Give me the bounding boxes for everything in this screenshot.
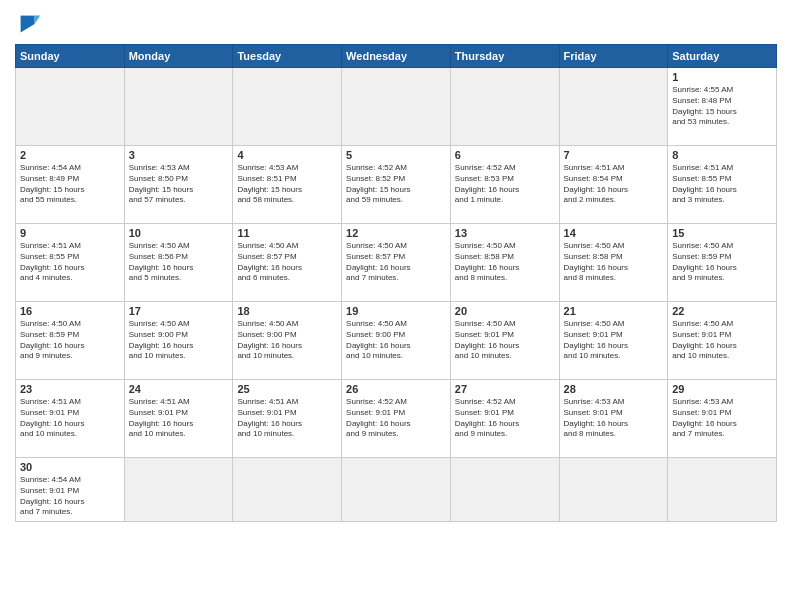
calendar-cell: 18Sunrise: 4:50 AM Sunset: 9:00 PM Dayli… — [233, 302, 342, 380]
week-row-4: 16Sunrise: 4:50 AM Sunset: 8:59 PM Dayli… — [16, 302, 777, 380]
day-number: 20 — [455, 305, 555, 317]
calendar-cell: 12Sunrise: 4:50 AM Sunset: 8:57 PM Dayli… — [342, 224, 451, 302]
day-info: Sunrise: 4:50 AM Sunset: 8:56 PM Dayligh… — [129, 241, 229, 284]
day-info: Sunrise: 4:50 AM Sunset: 8:58 PM Dayligh… — [455, 241, 555, 284]
calendar-cell: 9Sunrise: 4:51 AM Sunset: 8:55 PM Daylig… — [16, 224, 125, 302]
day-info: Sunrise: 4:51 AM Sunset: 8:55 PM Dayligh… — [20, 241, 120, 284]
calendar-cell: 3Sunrise: 4:53 AM Sunset: 8:50 PM Daylig… — [124, 146, 233, 224]
header-row: SundayMondayTuesdayWednesdayThursdayFrid… — [16, 45, 777, 68]
day-info: Sunrise: 4:50 AM Sunset: 9:01 PM Dayligh… — [455, 319, 555, 362]
day-number: 6 — [455, 149, 555, 161]
week-row-3: 9Sunrise: 4:51 AM Sunset: 8:55 PM Daylig… — [16, 224, 777, 302]
calendar-cell: 6Sunrise: 4:52 AM Sunset: 8:53 PM Daylig… — [450, 146, 559, 224]
calendar-cell: 16Sunrise: 4:50 AM Sunset: 8:59 PM Dayli… — [16, 302, 125, 380]
week-row-1: 1Sunrise: 4:55 AM Sunset: 8:48 PM Daylig… — [16, 68, 777, 146]
day-number: 22 — [672, 305, 772, 317]
calendar-cell: 7Sunrise: 4:51 AM Sunset: 8:54 PM Daylig… — [559, 146, 668, 224]
calendar-cell — [450, 458, 559, 522]
day-info: Sunrise: 4:50 AM Sunset: 8:57 PM Dayligh… — [346, 241, 446, 284]
calendar-cell: 25Sunrise: 4:51 AM Sunset: 9:01 PM Dayli… — [233, 380, 342, 458]
day-number: 8 — [672, 149, 772, 161]
calendar-cell: 4Sunrise: 4:53 AM Sunset: 8:51 PM Daylig… — [233, 146, 342, 224]
calendar-cell: 28Sunrise: 4:53 AM Sunset: 9:01 PM Dayli… — [559, 380, 668, 458]
day-info: Sunrise: 4:54 AM Sunset: 9:01 PM Dayligh… — [20, 475, 120, 518]
calendar-cell — [450, 68, 559, 146]
calendar-cell: 19Sunrise: 4:50 AM Sunset: 9:00 PM Dayli… — [342, 302, 451, 380]
day-info: Sunrise: 4:52 AM Sunset: 9:01 PM Dayligh… — [455, 397, 555, 440]
day-number: 26 — [346, 383, 446, 395]
calendar-table: SundayMondayTuesdayWednesdayThursdayFrid… — [15, 44, 777, 522]
day-info: Sunrise: 4:52 AM Sunset: 8:52 PM Dayligh… — [346, 163, 446, 206]
calendar-cell: 29Sunrise: 4:53 AM Sunset: 9:01 PM Dayli… — [668, 380, 777, 458]
calendar-cell — [16, 68, 125, 146]
day-number: 17 — [129, 305, 229, 317]
day-number: 25 — [237, 383, 337, 395]
day-info: Sunrise: 4:55 AM Sunset: 8:48 PM Dayligh… — [672, 85, 772, 128]
week-row-6: 30Sunrise: 4:54 AM Sunset: 9:01 PM Dayli… — [16, 458, 777, 522]
day-info: Sunrise: 4:53 AM Sunset: 8:50 PM Dayligh… — [129, 163, 229, 206]
calendar-cell — [668, 458, 777, 522]
day-info: Sunrise: 4:50 AM Sunset: 9:00 PM Dayligh… — [237, 319, 337, 362]
calendar-cell: 15Sunrise: 4:50 AM Sunset: 8:59 PM Dayli… — [668, 224, 777, 302]
day-info: Sunrise: 4:50 AM Sunset: 8:57 PM Dayligh… — [237, 241, 337, 284]
day-number: 24 — [129, 383, 229, 395]
calendar-cell — [233, 458, 342, 522]
calendar-cell — [124, 458, 233, 522]
calendar-cell: 2Sunrise: 4:54 AM Sunset: 8:49 PM Daylig… — [16, 146, 125, 224]
header — [15, 10, 777, 38]
calendar-cell: 8Sunrise: 4:51 AM Sunset: 8:55 PM Daylig… — [668, 146, 777, 224]
calendar-cell: 23Sunrise: 4:51 AM Sunset: 9:01 PM Dayli… — [16, 380, 125, 458]
day-info: Sunrise: 4:51 AM Sunset: 9:01 PM Dayligh… — [20, 397, 120, 440]
day-info: Sunrise: 4:51 AM Sunset: 9:01 PM Dayligh… — [237, 397, 337, 440]
day-info: Sunrise: 4:51 AM Sunset: 9:01 PM Dayligh… — [129, 397, 229, 440]
day-number: 7 — [564, 149, 664, 161]
day-number: 29 — [672, 383, 772, 395]
calendar-cell: 1Sunrise: 4:55 AM Sunset: 8:48 PM Daylig… — [668, 68, 777, 146]
calendar-cell: 20Sunrise: 4:50 AM Sunset: 9:01 PM Dayli… — [450, 302, 559, 380]
header-day-friday: Friday — [559, 45, 668, 68]
day-number: 10 — [129, 227, 229, 239]
day-number: 30 — [20, 461, 120, 473]
calendar-cell: 22Sunrise: 4:50 AM Sunset: 9:01 PM Dayli… — [668, 302, 777, 380]
calendar-body: 1Sunrise: 4:55 AM Sunset: 8:48 PM Daylig… — [16, 68, 777, 522]
day-info: Sunrise: 4:50 AM Sunset: 9:01 PM Dayligh… — [564, 319, 664, 362]
calendar-header: SundayMondayTuesdayWednesdayThursdayFrid… — [16, 45, 777, 68]
day-info: Sunrise: 4:54 AM Sunset: 8:49 PM Dayligh… — [20, 163, 120, 206]
day-info: Sunrise: 4:53 AM Sunset: 8:51 PM Dayligh… — [237, 163, 337, 206]
day-number: 12 — [346, 227, 446, 239]
day-number: 14 — [564, 227, 664, 239]
calendar-cell: 26Sunrise: 4:52 AM Sunset: 9:01 PM Dayli… — [342, 380, 451, 458]
svg-marker-0 — [21, 16, 35, 24]
day-number: 5 — [346, 149, 446, 161]
day-number: 1 — [672, 71, 772, 83]
day-number: 11 — [237, 227, 337, 239]
page: SundayMondayTuesdayWednesdayThursdayFrid… — [0, 0, 792, 537]
day-info: Sunrise: 4:52 AM Sunset: 9:01 PM Dayligh… — [346, 397, 446, 440]
week-row-5: 23Sunrise: 4:51 AM Sunset: 9:01 PM Dayli… — [16, 380, 777, 458]
day-number: 13 — [455, 227, 555, 239]
day-number: 27 — [455, 383, 555, 395]
calendar-cell: 17Sunrise: 4:50 AM Sunset: 9:00 PM Dayli… — [124, 302, 233, 380]
day-info: Sunrise: 4:50 AM Sunset: 8:59 PM Dayligh… — [20, 319, 120, 362]
header-day-tuesday: Tuesday — [233, 45, 342, 68]
day-number: 16 — [20, 305, 120, 317]
calendar-cell — [342, 68, 451, 146]
calendar-cell — [233, 68, 342, 146]
day-number: 4 — [237, 149, 337, 161]
calendar-cell: 30Sunrise: 4:54 AM Sunset: 9:01 PM Dayli… — [16, 458, 125, 522]
calendar-cell — [342, 458, 451, 522]
calendar-cell: 11Sunrise: 4:50 AM Sunset: 8:57 PM Dayli… — [233, 224, 342, 302]
calendar-cell — [124, 68, 233, 146]
header-day-monday: Monday — [124, 45, 233, 68]
week-row-2: 2Sunrise: 4:54 AM Sunset: 8:49 PM Daylig… — [16, 146, 777, 224]
day-info: Sunrise: 4:52 AM Sunset: 8:53 PM Dayligh… — [455, 163, 555, 206]
header-day-thursday: Thursday — [450, 45, 559, 68]
day-number: 19 — [346, 305, 446, 317]
logo-icon — [15, 10, 43, 38]
day-number: 2 — [20, 149, 120, 161]
day-number: 21 — [564, 305, 664, 317]
calendar-cell: 5Sunrise: 4:52 AM Sunset: 8:52 PM Daylig… — [342, 146, 451, 224]
calendar-cell: 27Sunrise: 4:52 AM Sunset: 9:01 PM Dayli… — [450, 380, 559, 458]
calendar-cell — [559, 458, 668, 522]
calendar-cell: 14Sunrise: 4:50 AM Sunset: 8:58 PM Dayli… — [559, 224, 668, 302]
